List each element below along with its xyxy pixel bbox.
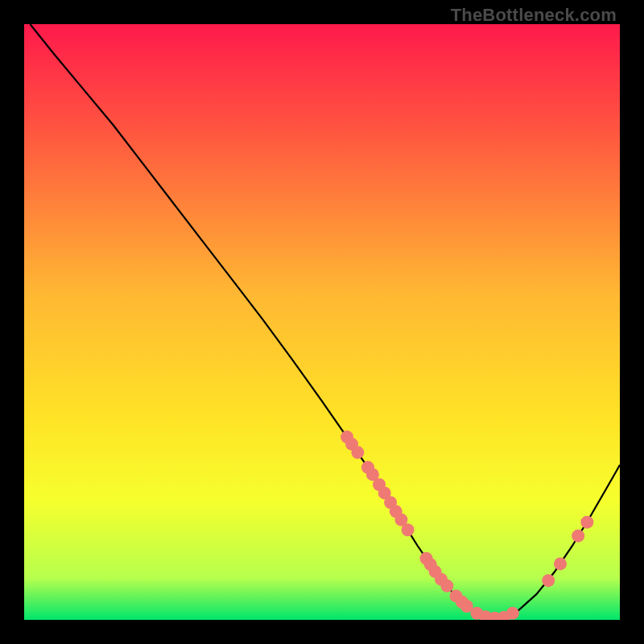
data-point: [580, 516, 593, 529]
data-point: [554, 557, 567, 570]
chart-frame: [24, 24, 620, 620]
data-point: [351, 446, 364, 459]
data-point: [542, 574, 555, 587]
chart-svg: [24, 24, 620, 620]
watermark-label: TheBottleneck.com: [451, 5, 617, 26]
data-point: [572, 530, 584, 543]
data-point: [402, 523, 415, 536]
chart-background: [24, 24, 620, 620]
data-point: [440, 580, 453, 592]
data-point: [506, 607, 519, 620]
